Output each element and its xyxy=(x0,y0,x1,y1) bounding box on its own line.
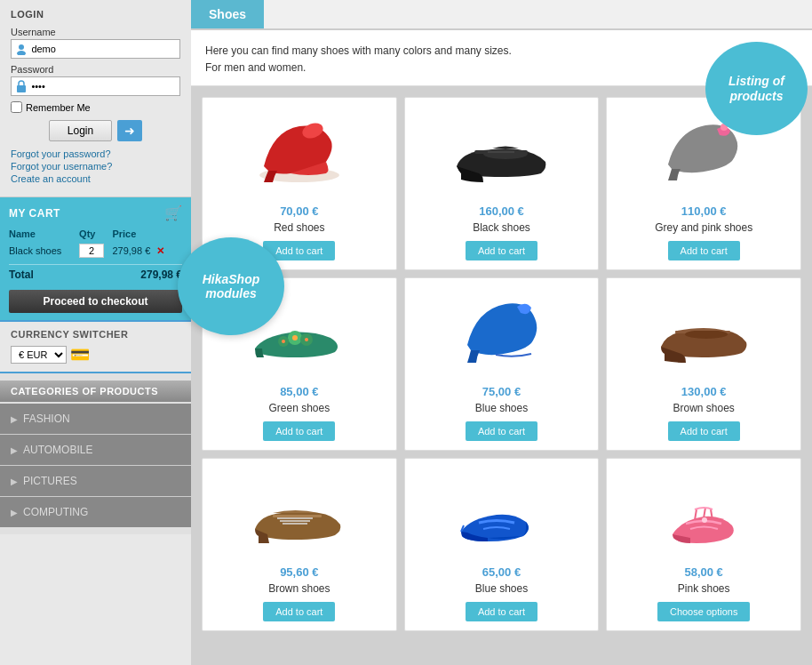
product-price-3: 85,00 € xyxy=(280,385,318,398)
create-account-link[interactable]: Create an account xyxy=(11,173,180,184)
login-section: LOGIN Username Password Remember Me Logi… xyxy=(0,0,191,197)
username-input[interactable] xyxy=(31,44,176,54)
svg-point-13 xyxy=(305,338,308,341)
cart-total-row: Total 279,98 € xyxy=(9,268,182,281)
product-image-8 xyxy=(646,469,761,558)
product-card-6: 95,60 € Brown shoes Add to cart xyxy=(202,458,397,631)
cart-total-value: 279,98 € xyxy=(140,268,182,281)
product-name-8: Pink shoes xyxy=(678,582,730,595)
product-name-6: Brown shoes xyxy=(268,582,330,595)
product-grid: HikaShop modules Listing of products 70,… xyxy=(191,86,812,642)
product-card-4: 75,00 € Blue shoes Add to cart xyxy=(404,277,600,451)
remember-row: Remember Me xyxy=(11,101,180,113)
shoe-svg-blue2 xyxy=(448,474,554,554)
cart-remove-btn[interactable]: ✕ xyxy=(156,245,164,256)
password-input[interactable] xyxy=(31,81,176,92)
sidebar-item-pictures[interactable]: ▶ PICTURES xyxy=(0,466,191,497)
forgot-password-link[interactable]: Forgot your password? xyxy=(11,148,180,159)
username-field-wrapper xyxy=(11,39,180,59)
shoe-svg-brown2 xyxy=(246,474,353,554)
product-image-1 xyxy=(443,108,559,197)
svg-point-21 xyxy=(702,517,707,523)
sidebar-item-automobile[interactable]: ▶ AUTOMOBILE xyxy=(0,435,191,466)
product-card-8: 58,00 € Pink shoes Choose options xyxy=(606,458,801,631)
choose-options-8[interactable]: Choose options xyxy=(657,602,750,621)
sidebar-item-computing[interactable]: ▶ COMPUTING xyxy=(0,497,191,527)
remember-label: Remember Me xyxy=(26,102,91,113)
shoe-svg-blue xyxy=(448,293,554,373)
cart-col-price: Price xyxy=(112,227,182,241)
listing-bubble: Listing of products xyxy=(705,42,808,135)
checkout-button[interactable]: Proceed to checkout xyxy=(9,290,182,313)
sidebar-item-fashion[interactable]: ▶ FASHION xyxy=(0,404,191,435)
product-price-1: 160,00 € xyxy=(479,204,524,218)
product-price-6: 95,60 € xyxy=(280,565,318,579)
add-to-cart-2[interactable]: Add to cart xyxy=(668,241,740,260)
hikashop-bubble: HikaShop modules xyxy=(178,237,284,335)
cart-item-price: 279,98 € ✕ xyxy=(112,241,182,260)
password-label: Password xyxy=(11,64,180,75)
categories-section: CATEGORIES OF PRODUCTS ▶ FASHION ▶ AUTOM… xyxy=(0,372,191,534)
product-name-5: Brown shoes xyxy=(673,402,734,414)
svg-point-15 xyxy=(685,330,728,339)
add-to-cart-3[interactable]: Add to cart xyxy=(263,421,335,441)
currency-section: CURRENCY SWITCHER € EUR 💳 xyxy=(0,320,191,372)
login-button[interactable]: Login xyxy=(49,120,112,141)
add-to-cart-6[interactable]: Add to cart xyxy=(263,602,335,621)
shoe-svg-brown xyxy=(650,293,757,373)
sidebar: LOGIN Username Password Remember Me Logi… xyxy=(0,0,191,665)
svg-point-12 xyxy=(282,340,285,343)
login-arrow-button[interactable]: ➜ xyxy=(117,120,142,141)
remember-checkbox[interactable] xyxy=(11,101,22,113)
cart-title-row: MY CART 🛒 xyxy=(9,204,182,221)
add-to-cart-7[interactable]: Add to cart xyxy=(466,602,537,621)
chevron-right-icon: ▶ xyxy=(11,414,18,424)
svg-rect-2 xyxy=(17,85,26,92)
add-to-cart-5[interactable]: Add to cart xyxy=(668,421,740,441)
cart-col-qty: Qty xyxy=(79,227,112,241)
product-image-0 xyxy=(242,108,357,197)
product-image-7 xyxy=(443,469,559,558)
chevron-right-icon: ▶ xyxy=(11,445,18,455)
product-image-4 xyxy=(443,289,559,378)
add-to-cart-1[interactable]: Add to cart xyxy=(466,241,537,260)
svg-point-1 xyxy=(17,51,26,55)
product-price-4: 75,00 € xyxy=(482,385,521,398)
product-name-4: Blue shoes xyxy=(475,402,528,414)
product-name-2: Grey and pink shoes xyxy=(655,221,752,234)
svg-point-0 xyxy=(19,44,24,50)
password-field-wrapper xyxy=(11,76,180,96)
category-computing-label: COMPUTING xyxy=(23,506,88,518)
forgot-username-link[interactable]: Forgot your username? xyxy=(11,161,180,172)
shoe-svg-red xyxy=(246,113,353,193)
shoe-svg-black xyxy=(448,113,554,193)
product-name-0: Red shoes xyxy=(274,221,324,234)
product-image-6 xyxy=(242,469,357,558)
product-price-8: 58,00 € xyxy=(684,565,722,579)
login-btn-row: Login ➜ xyxy=(11,120,180,141)
svg-point-11 xyxy=(292,335,298,341)
product-name-3: Green shoes xyxy=(268,402,330,414)
main-content: Shoes Here you can find many shoes with … xyxy=(191,0,812,665)
product-name-1: Black shoes xyxy=(473,221,530,234)
categories-title: CATEGORIES OF PRODUCTS xyxy=(0,381,191,402)
login-links: Forgot your password? Forgot your userna… xyxy=(11,148,180,184)
chevron-right-icon: ▶ xyxy=(11,508,18,517)
cart-icon: 🛒 xyxy=(164,204,182,221)
svg-point-6 xyxy=(483,148,528,159)
header-wrapper: Shoes xyxy=(191,0,812,30)
cart-table-header: Name Qty Price xyxy=(9,227,182,241)
cart-item-row: Black shoes 279,98 € ✕ xyxy=(9,241,182,260)
description-line1: Here you can find many shoes with many c… xyxy=(205,44,512,57)
product-image-5 xyxy=(646,289,761,378)
add-to-cart-4[interactable]: Add to cart xyxy=(466,421,537,441)
category-pictures-label: PICTURES xyxy=(23,475,77,487)
currency-select[interactable]: € EUR xyxy=(11,346,67,364)
cart-item-name: Black shoes xyxy=(9,241,79,260)
description-line2: For men and women. xyxy=(205,61,306,74)
username-label: Username xyxy=(11,27,180,37)
page-title: Shoes xyxy=(191,0,264,28)
cart-qty-input[interactable] xyxy=(79,244,104,258)
product-price-0: 70,00 € xyxy=(280,204,318,218)
product-price-7: 65,00 € xyxy=(482,565,521,579)
